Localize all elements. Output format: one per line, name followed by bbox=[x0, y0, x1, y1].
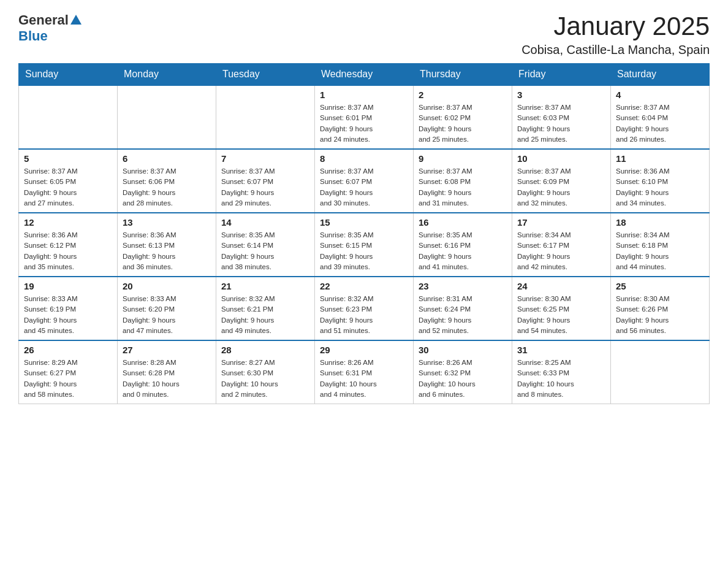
day-info: Sunrise: 8:31 AM Sunset: 6:24 PM Dayligh… bbox=[419, 294, 507, 336]
calendar-cell: 22Sunrise: 8:32 AM Sunset: 6:23 PM Dayli… bbox=[315, 277, 414, 340]
calendar-cell: 10Sunrise: 8:37 AM Sunset: 6:09 PM Dayli… bbox=[512, 149, 611, 213]
calendar-table: SundayMondayTuesdayWednesdayThursdayFrid… bbox=[18, 63, 710, 404]
logo: General Blue bbox=[18, 12, 82, 44]
day-number: 2 bbox=[419, 90, 507, 100]
calendar-cell: 16Sunrise: 8:35 AM Sunset: 6:16 PM Dayli… bbox=[414, 213, 512, 277]
day-info: Sunrise: 8:37 AM Sunset: 6:08 PM Dayligh… bbox=[419, 166, 507, 209]
calendar-cell: 13Sunrise: 8:36 AM Sunset: 6:13 PM Dayli… bbox=[118, 213, 216, 277]
day-info: Sunrise: 8:35 AM Sunset: 6:14 PM Dayligh… bbox=[221, 230, 309, 272]
calendar-cell: 11Sunrise: 8:36 AM Sunset: 6:10 PM Dayli… bbox=[611, 149, 710, 213]
calendar-cell: 26Sunrise: 8:29 AM Sunset: 6:27 PM Dayli… bbox=[19, 340, 118, 404]
weekday-header-thursday: Thursday bbox=[414, 64, 512, 86]
weekday-header-row: SundayMondayTuesdayWednesdayThursdayFrid… bbox=[19, 64, 710, 86]
day-info: Sunrise: 8:32 AM Sunset: 6:21 PM Dayligh… bbox=[221, 294, 309, 336]
day-number: 19 bbox=[24, 281, 112, 291]
calendar-cell: 5Sunrise: 8:37 AM Sunset: 6:05 PM Daylig… bbox=[19, 149, 118, 213]
day-number: 28 bbox=[221, 345, 309, 355]
week-row-3: 12Sunrise: 8:36 AM Sunset: 6:12 PM Dayli… bbox=[19, 213, 710, 277]
day-info: Sunrise: 8:37 AM Sunset: 6:03 PM Dayligh… bbox=[517, 102, 605, 145]
day-info: Sunrise: 8:27 AM Sunset: 6:30 PM Dayligh… bbox=[221, 358, 309, 400]
calendar-cell: 29Sunrise: 8:26 AM Sunset: 6:31 PM Dayli… bbox=[315, 340, 414, 404]
day-number: 15 bbox=[320, 217, 408, 228]
day-info: Sunrise: 8:32 AM Sunset: 6:23 PM Dayligh… bbox=[320, 294, 408, 336]
calendar-cell: 12Sunrise: 8:36 AM Sunset: 6:12 PM Dayli… bbox=[19, 213, 118, 277]
title-block: January 2025 Cobisa, Castille-La Mancha,… bbox=[521, 12, 710, 57]
day-info: Sunrise: 8:33 AM Sunset: 6:20 PM Dayligh… bbox=[123, 294, 211, 336]
day-number: 31 bbox=[517, 345, 605, 355]
day-info: Sunrise: 8:28 AM Sunset: 6:28 PM Dayligh… bbox=[123, 358, 211, 400]
day-number: 29 bbox=[320, 345, 408, 355]
calendar-cell: 23Sunrise: 8:31 AM Sunset: 6:24 PM Dayli… bbox=[414, 277, 512, 340]
calendar-cell: 15Sunrise: 8:35 AM Sunset: 6:15 PM Dayli… bbox=[315, 213, 414, 277]
week-row-5: 26Sunrise: 8:29 AM Sunset: 6:27 PM Dayli… bbox=[19, 340, 710, 404]
day-info: Sunrise: 8:37 AM Sunset: 6:09 PM Dayligh… bbox=[517, 166, 605, 209]
calendar-cell: 7Sunrise: 8:37 AM Sunset: 6:07 PM Daylig… bbox=[216, 149, 315, 213]
weekday-header-monday: Monday bbox=[118, 64, 216, 86]
logo-triangle-icon bbox=[70, 15, 82, 25]
calendar-cell: 21Sunrise: 8:32 AM Sunset: 6:21 PM Dayli… bbox=[216, 277, 315, 340]
day-number: 6 bbox=[123, 153, 211, 164]
logo-general-text: General bbox=[18, 12, 69, 28]
day-number: 3 bbox=[517, 90, 605, 100]
day-number: 11 bbox=[616, 153, 704, 164]
calendar-cell: 14Sunrise: 8:35 AM Sunset: 6:14 PM Dayli… bbox=[216, 213, 315, 277]
day-number: 13 bbox=[123, 217, 211, 228]
calendar-cell: 6Sunrise: 8:37 AM Sunset: 6:06 PM Daylig… bbox=[118, 149, 216, 213]
day-number: 8 bbox=[320, 153, 408, 164]
calendar-cell: 1Sunrise: 8:37 AM Sunset: 6:01 PM Daylig… bbox=[315, 85, 414, 149]
weekday-header-wednesday: Wednesday bbox=[315, 64, 414, 86]
day-info: Sunrise: 8:37 AM Sunset: 6:06 PM Dayligh… bbox=[123, 166, 211, 209]
day-number: 27 bbox=[123, 345, 211, 355]
day-number: 26 bbox=[24, 345, 112, 355]
day-info: Sunrise: 8:34 AM Sunset: 6:18 PM Dayligh… bbox=[616, 230, 704, 272]
weekday-header-friday: Friday bbox=[512, 64, 611, 86]
day-info: Sunrise: 8:33 AM Sunset: 6:19 PM Dayligh… bbox=[24, 294, 112, 336]
day-info: Sunrise: 8:36 AM Sunset: 6:12 PM Dayligh… bbox=[24, 230, 112, 272]
day-info: Sunrise: 8:29 AM Sunset: 6:27 PM Dayligh… bbox=[24, 358, 112, 400]
calendar-cell: 30Sunrise: 8:26 AM Sunset: 6:32 PM Dayli… bbox=[414, 340, 512, 404]
day-number: 12 bbox=[24, 217, 112, 228]
day-number: 18 bbox=[616, 217, 704, 228]
day-info: Sunrise: 8:35 AM Sunset: 6:16 PM Dayligh… bbox=[419, 230, 507, 272]
day-info: Sunrise: 8:30 AM Sunset: 6:25 PM Dayligh… bbox=[517, 294, 605, 336]
calendar-cell bbox=[611, 340, 710, 404]
day-number: 23 bbox=[419, 281, 507, 291]
calendar-cell bbox=[118, 85, 216, 149]
calendar-cell bbox=[19, 85, 118, 149]
day-info: Sunrise: 8:26 AM Sunset: 6:32 PM Dayligh… bbox=[419, 358, 507, 400]
calendar-cell: 18Sunrise: 8:34 AM Sunset: 6:18 PM Dayli… bbox=[611, 213, 710, 277]
day-info: Sunrise: 8:36 AM Sunset: 6:10 PM Dayligh… bbox=[616, 166, 704, 209]
day-info: Sunrise: 8:37 AM Sunset: 6:05 PM Dayligh… bbox=[24, 166, 112, 209]
day-number: 1 bbox=[320, 90, 408, 100]
day-number: 21 bbox=[221, 281, 309, 291]
day-number: 9 bbox=[419, 153, 507, 164]
calendar-cell: 25Sunrise: 8:30 AM Sunset: 6:26 PM Dayli… bbox=[611, 277, 710, 340]
day-info: Sunrise: 8:36 AM Sunset: 6:13 PM Dayligh… bbox=[123, 230, 211, 272]
day-number: 10 bbox=[517, 153, 605, 164]
calendar-cell: 24Sunrise: 8:30 AM Sunset: 6:25 PM Dayli… bbox=[512, 277, 611, 340]
calendar-cell bbox=[216, 85, 315, 149]
day-info: Sunrise: 8:35 AM Sunset: 6:15 PM Dayligh… bbox=[320, 230, 408, 272]
day-number: 14 bbox=[221, 217, 309, 228]
calendar-cell: 3Sunrise: 8:37 AM Sunset: 6:03 PM Daylig… bbox=[512, 85, 611, 149]
day-info: Sunrise: 8:34 AM Sunset: 6:17 PM Dayligh… bbox=[517, 230, 605, 272]
day-info: Sunrise: 8:37 AM Sunset: 6:04 PM Dayligh… bbox=[616, 102, 704, 145]
month-title: January 2025 bbox=[521, 12, 710, 40]
weekday-header-sunday: Sunday bbox=[19, 64, 118, 86]
calendar-cell: 4Sunrise: 8:37 AM Sunset: 6:04 PM Daylig… bbox=[611, 85, 710, 149]
calendar-cell: 20Sunrise: 8:33 AM Sunset: 6:20 PM Dayli… bbox=[118, 277, 216, 340]
day-info: Sunrise: 8:37 AM Sunset: 6:01 PM Dayligh… bbox=[320, 102, 408, 145]
weekday-header-tuesday: Tuesday bbox=[216, 64, 315, 86]
logo-blue-text: Blue bbox=[18, 28, 48, 44]
day-number: 7 bbox=[221, 153, 309, 164]
week-row-2: 5Sunrise: 8:37 AM Sunset: 6:05 PM Daylig… bbox=[19, 149, 710, 213]
week-row-4: 19Sunrise: 8:33 AM Sunset: 6:19 PM Dayli… bbox=[19, 277, 710, 340]
day-number: 24 bbox=[517, 281, 605, 291]
day-info: Sunrise: 8:30 AM Sunset: 6:26 PM Dayligh… bbox=[616, 294, 704, 336]
page-header: General Blue January 2025 Cobisa, Castil… bbox=[18, 12, 710, 57]
day-number: 17 bbox=[517, 217, 605, 228]
calendar-cell: 19Sunrise: 8:33 AM Sunset: 6:19 PM Dayli… bbox=[19, 277, 118, 340]
day-info: Sunrise: 8:37 AM Sunset: 6:02 PM Dayligh… bbox=[419, 102, 507, 145]
day-info: Sunrise: 8:37 AM Sunset: 6:07 PM Dayligh… bbox=[320, 166, 408, 209]
day-number: 30 bbox=[419, 345, 507, 355]
